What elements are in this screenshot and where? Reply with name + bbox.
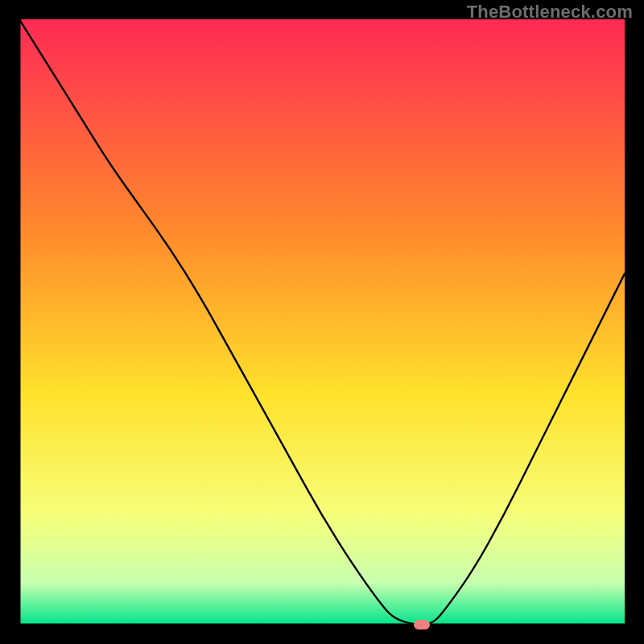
bottleneck-chart	[19, 19, 625, 625]
gradient-background	[19, 19, 625, 625]
watermark-text: TheBottleneck.com	[467, 2, 633, 23]
plot-area	[19, 19, 625, 625]
chart-frame: TheBottleneck.com	[0, 0, 644, 644]
optimum-marker	[414, 620, 430, 630]
